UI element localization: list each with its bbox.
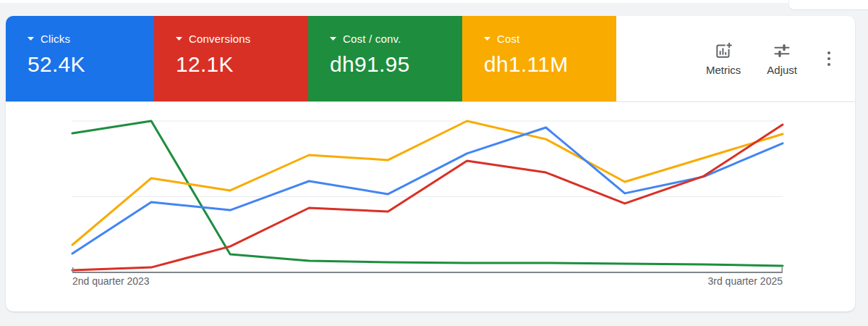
chart-card: Clicks 52.4K Conversions 12.1K Cost / co… [6, 16, 855, 312]
metric-header-row: Conversions [176, 33, 308, 45]
metric-card-conversions[interactable]: Conversions 12.1K [154, 16, 308, 101]
metric-label: Cost [497, 33, 520, 45]
x-axis-end-label: 3rd quarter 2025 [707, 275, 783, 287]
kebab-dot [827, 57, 830, 60]
metric-label: Clicks [41, 33, 70, 45]
kebab-dot [827, 51, 830, 54]
adjust-button-label: Adjust [767, 64, 797, 76]
dropdown-arrow-icon[interactable] [330, 37, 336, 41]
metrics-button[interactable]: Metrics [706, 41, 741, 76]
dropdown-arrow-icon[interactable] [176, 37, 182, 41]
metric-card-clicks[interactable]: Clicks 52.4K [6, 16, 154, 101]
metric-value: dh1.11M [484, 52, 616, 77]
series-line-cost-conv [72, 121, 783, 266]
metric-card-cost-per-conv[interactable]: Cost / conv. dh91.95 [308, 16, 462, 101]
dropdown-arrow-icon[interactable] [27, 37, 34, 41]
chart-toolbar: Metrics Adjust [616, 16, 855, 101]
metric-value: 52.4K [27, 52, 154, 77]
more-options-button[interactable] [823, 47, 835, 70]
performance-line-chart[interactable]: 2nd quarter 2023 3rd quarter 2025 [6, 102, 855, 311]
add-chart-icon [714, 41, 733, 60]
kebab-dot [827, 63, 830, 66]
metric-header-row: Clicks [27, 33, 154, 45]
metric-header-row: Cost [484, 33, 616, 45]
metric-value: dh91.95 [330, 52, 462, 77]
metric-label: Conversions [189, 33, 251, 45]
metrics-button-label: Metrics [706, 64, 741, 76]
top-right-card-edge [788, 0, 868, 10]
x-axis-start-label: 2nd quarter 2023 [72, 275, 150, 287]
ads-overview-chart-module: Clicks 52.4K Conversions 12.1K Cost / co… [0, 0, 868, 326]
series-line-conversions [72, 125, 783, 270]
series-line-clicks [72, 128, 783, 254]
adjust-button[interactable]: Adjust [767, 41, 797, 76]
tune-sliders-icon [773, 41, 791, 60]
metric-value: 12.1K [176, 52, 308, 77]
metric-label: Cost / conv. [343, 33, 401, 45]
metric-header-row: Cost / conv. [330, 33, 462, 45]
top-strip [0, 0, 868, 3]
metric-cards-header: Clicks 52.4K Conversions 12.1K Cost / co… [6, 16, 855, 102]
dropdown-arrow-icon[interactable] [484, 37, 490, 41]
series-lines [72, 121, 783, 270]
metric-card-cost[interactable]: Cost dh1.11M [462, 16, 616, 101]
